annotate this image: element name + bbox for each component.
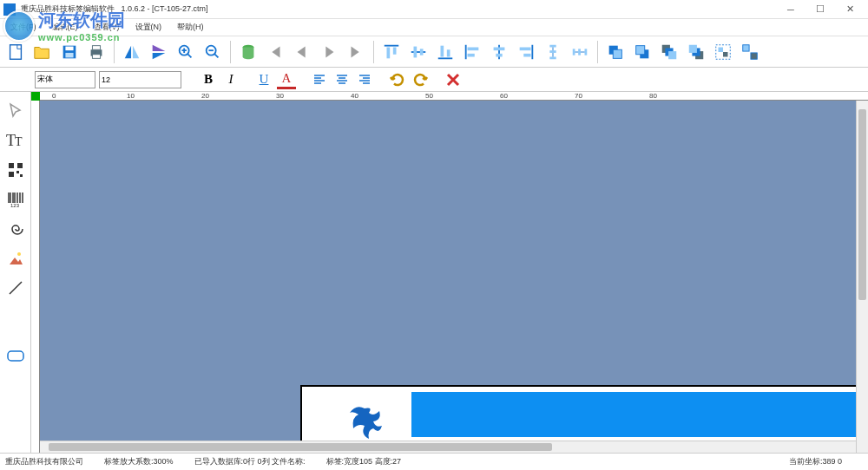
svg-rect-52 xyxy=(8,351,23,361)
svg-rect-16 xyxy=(468,47,479,50)
canvas-background[interactable]: 中国电信 CHINA TELECOM xyxy=(40,101,868,453)
flip-vertical-button[interactable] xyxy=(147,39,171,65)
maximize-button[interactable]: ☐ xyxy=(806,1,835,18)
menu-settings[interactable]: 设置(N) xyxy=(128,20,169,35)
svg-rect-39 xyxy=(719,47,724,52)
canvas-area: 0 10 20 30 40 50 60 70 80 中国电信 CHINA TEL… xyxy=(31,92,868,453)
label-blue-bar[interactable] xyxy=(411,392,868,437)
svg-rect-45 xyxy=(9,163,14,168)
flip-horizontal-button[interactable] xyxy=(120,39,144,65)
align-text-right-button[interactable] xyxy=(355,70,374,89)
zoom-out-button[interactable] xyxy=(201,39,225,65)
font-family-select[interactable] xyxy=(35,71,95,88)
status-data-import: 已导入数据库:0行 0列 文件名称: xyxy=(194,456,306,467)
qrcode-tool[interactable] xyxy=(3,158,28,182)
vertical-scrollbar[interactable] xyxy=(856,101,868,453)
svg-rect-34 xyxy=(668,51,676,59)
svg-rect-6 xyxy=(92,54,100,58)
barcode-tool[interactable]: 123 xyxy=(3,187,28,212)
database-button[interactable] xyxy=(236,39,260,65)
svg-rect-17 xyxy=(468,53,475,56)
menu-help[interactable]: 帮助(H) xyxy=(170,20,211,35)
svg-rect-31 xyxy=(636,45,645,54)
font-toolbar: B I U A xyxy=(0,68,868,92)
close-button[interactable]: ✕ xyxy=(835,1,865,18)
text-tool[interactable]: TT xyxy=(3,128,28,153)
zoom-in-button[interactable] xyxy=(174,39,198,65)
undo-button[interactable] xyxy=(388,70,407,89)
ruler-corner xyxy=(31,92,40,101)
main-toolbar xyxy=(0,36,868,68)
statusbar: 重庆品胜科技有限公司 标签放大系数:300% 已导入数据库:0行 0列 文件名称… xyxy=(0,453,868,470)
svg-rect-29 xyxy=(613,49,621,58)
tool-sidebar: TT 123 xyxy=(0,92,31,453)
bold-button[interactable]: B xyxy=(199,70,218,89)
spiral-tool[interactable] xyxy=(3,217,28,241)
vertical-ruler[interactable] xyxy=(31,101,40,453)
open-button[interactable] xyxy=(30,39,55,65)
svg-rect-26 xyxy=(578,49,581,55)
svg-rect-24 xyxy=(549,56,556,59)
last-record-button[interactable] xyxy=(344,39,368,65)
underline-button[interactable]: U xyxy=(254,70,273,89)
svg-rect-21 xyxy=(523,53,530,56)
send-back-button[interactable] xyxy=(630,39,654,65)
bring-front-button[interactable] xyxy=(603,39,628,65)
align-bottom-button[interactable] xyxy=(433,39,457,65)
align-text-left-button[interactable] xyxy=(310,70,329,89)
bring-forward-button[interactable] xyxy=(657,39,681,65)
new-button[interactable] xyxy=(3,39,28,65)
svg-rect-23 xyxy=(549,50,556,53)
status-zoom: 标签放大系数:300% xyxy=(104,456,174,467)
svg-rect-19 xyxy=(496,53,502,56)
align-right-button[interactable] xyxy=(514,39,538,65)
print-button[interactable] xyxy=(84,39,108,65)
menu-file[interactable]: 文件(F) xyxy=(3,20,43,35)
distribute-horizontal-button[interactable] xyxy=(568,39,592,65)
svg-rect-20 xyxy=(520,47,531,50)
rectangle-tool[interactable] xyxy=(3,345,28,369)
font-size-select[interactable] xyxy=(99,71,181,88)
next-record-button[interactable] xyxy=(317,39,341,65)
svg-rect-15 xyxy=(447,49,450,56)
line-tool[interactable] xyxy=(3,276,28,300)
send-backward-button[interactable] xyxy=(684,39,708,65)
align-top-button[interactable] xyxy=(379,39,404,65)
horizontal-ruler[interactable]: 0 10 20 30 40 50 60 70 80 xyxy=(40,92,868,101)
svg-rect-12 xyxy=(414,46,418,57)
svg-rect-10 xyxy=(387,47,391,58)
delete-button[interactable] xyxy=(444,70,463,89)
image-tool[interactable] xyxy=(3,246,28,271)
svg-rect-47 xyxy=(9,172,14,177)
status-company: 重庆品胜科技有限公司 xyxy=(5,456,83,467)
menu-view[interactable]: 查看(V) xyxy=(87,20,127,35)
align-middle-button[interactable] xyxy=(406,39,431,65)
group-button[interactable] xyxy=(711,39,735,65)
italic-button[interactable]: I xyxy=(221,70,240,89)
first-record-button[interactable] xyxy=(263,39,287,65)
svg-rect-48 xyxy=(16,171,19,173)
align-center-button[interactable] xyxy=(487,39,511,65)
svg-rect-11 xyxy=(393,47,397,54)
prev-record-button[interactable] xyxy=(290,39,314,65)
svg-point-51 xyxy=(17,252,21,256)
font-color-button[interactable]: A xyxy=(277,70,296,89)
titlebar: 重庆品胜科技标签编辑软件 1.0.6.2 - [CT-105-27.ctm] ─… xyxy=(0,0,868,19)
svg-rect-3 xyxy=(65,52,73,56)
svg-text:123: 123 xyxy=(10,203,20,208)
redo-button[interactable] xyxy=(411,70,430,89)
svg-rect-22 xyxy=(549,44,556,47)
ungroup-button[interactable] xyxy=(738,39,762,65)
menu-edit[interactable]: 编辑(E) xyxy=(45,20,85,35)
svg-rect-49 xyxy=(20,174,23,177)
horizontal-scrollbar[interactable] xyxy=(40,441,856,453)
svg-rect-14 xyxy=(441,45,444,56)
align-text-center-button[interactable] xyxy=(332,70,352,89)
save-button[interactable] xyxy=(57,39,82,65)
select-tool[interactable] xyxy=(3,99,28,123)
align-left-button[interactable] xyxy=(460,39,484,65)
status-label-size: 标签:宽度105 高度:27 xyxy=(326,456,402,467)
app-icon xyxy=(3,3,16,16)
minimize-button[interactable]: ─ xyxy=(776,1,806,18)
distribute-vertical-button[interactable] xyxy=(541,39,565,65)
